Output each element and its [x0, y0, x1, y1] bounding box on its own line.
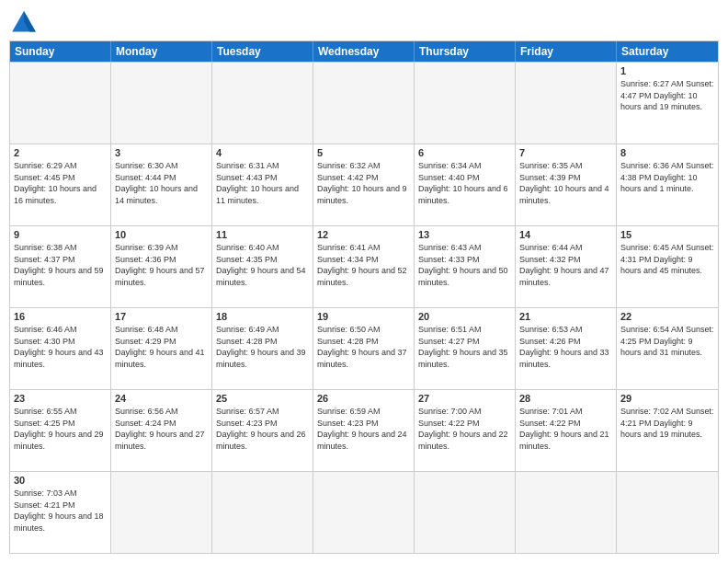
cell-info: Sunrise: 7:01 AM Sunset: 4:22 PM Dayligh… — [519, 406, 612, 452]
cell-info: Sunrise: 7:00 AM Sunset: 4:22 PM Dayligh… — [418, 406, 511, 452]
day-number: 10 — [115, 229, 208, 240]
cal-cell: 6Sunrise: 6:34 AM Sunset: 4:40 PM Daylig… — [415, 144, 516, 225]
day-number: 28 — [519, 393, 612, 404]
cal-cell: 12Sunrise: 6:41 AM Sunset: 4:34 PM Dayli… — [313, 226, 415, 307]
header-thursday: Thursday — [415, 41, 516, 62]
cell-info: Sunrise: 6:41 AM Sunset: 4:34 PM Dayligh… — [317, 242, 410, 288]
cal-cell: 13Sunrise: 6:43 AM Sunset: 4:33 PM Dayli… — [415, 226, 516, 307]
cell-info: Sunrise: 6:30 AM Sunset: 4:44 PM Dayligh… — [115, 160, 208, 206]
cal-row-0: 1Sunrise: 6:27 AM Sunset: 4:47 PM Daylig… — [10, 62, 718, 144]
day-number: 30 — [14, 475, 107, 486]
cal-cell: 16Sunrise: 6:46 AM Sunset: 4:30 PM Dayli… — [10, 308, 111, 389]
cal-cell — [111, 472, 212, 553]
header-tuesday: Tuesday — [212, 41, 313, 62]
cal-row-5: 30Sunrise: 7:03 AM Sunset: 4:21 PM Dayli… — [10, 471, 718, 553]
header-sunday: Sunday — [10, 41, 111, 62]
day-number: 2 — [14, 147, 107, 158]
day-number: 14 — [519, 229, 612, 240]
calendar-body: 1Sunrise: 6:27 AM Sunset: 4:47 PM Daylig… — [10, 62, 718, 553]
cal-cell: 21Sunrise: 6:53 AM Sunset: 4:26 PM Dayli… — [516, 308, 617, 389]
day-number: 17 — [115, 311, 208, 322]
cal-cell: 27Sunrise: 7:00 AM Sunset: 4:22 PM Dayli… — [415, 390, 516, 471]
cal-cell: 18Sunrise: 6:49 AM Sunset: 4:28 PM Dayli… — [212, 308, 313, 389]
cal-cell: 29Sunrise: 7:02 AM Sunset: 4:21 PM Dayli… — [617, 390, 718, 471]
cal-cell: 2Sunrise: 6:29 AM Sunset: 4:45 PM Daylig… — [10, 144, 111, 225]
cell-info: Sunrise: 6:38 AM Sunset: 4:37 PM Dayligh… — [14, 242, 107, 288]
day-number: 25 — [216, 393, 309, 404]
cell-info: Sunrise: 6:34 AM Sunset: 4:40 PM Dayligh… — [418, 160, 511, 206]
day-number: 3 — [115, 147, 208, 158]
cal-row-4: 23Sunrise: 6:55 AM Sunset: 4:25 PM Dayli… — [10, 389, 718, 471]
day-number: 24 — [115, 393, 208, 404]
cal-cell: 22Sunrise: 6:54 AM Sunset: 4:25 PM Dayli… — [617, 308, 718, 389]
day-number: 26 — [317, 393, 410, 404]
day-number: 4 — [216, 147, 309, 158]
cal-cell: 9Sunrise: 6:38 AM Sunset: 4:37 PM Daylig… — [10, 226, 111, 307]
cal-cell: 24Sunrise: 6:56 AM Sunset: 4:24 PM Dayli… — [111, 390, 212, 471]
cal-cell — [516, 472, 617, 553]
cell-info: Sunrise: 6:50 AM Sunset: 4:28 PM Dayligh… — [317, 324, 410, 370]
logo-icon — [9, 9, 39, 35]
cell-info: Sunrise: 6:39 AM Sunset: 4:36 PM Dayligh… — [115, 242, 208, 288]
day-number: 7 — [519, 147, 612, 158]
cell-info: Sunrise: 6:40 AM Sunset: 4:35 PM Dayligh… — [216, 242, 309, 288]
cell-info: Sunrise: 6:55 AM Sunset: 4:25 PM Dayligh… — [14, 406, 107, 452]
cell-info: Sunrise: 6:32 AM Sunset: 4:42 PM Dayligh… — [317, 160, 410, 206]
cal-cell — [111, 63, 212, 144]
cal-row-2: 9Sunrise: 6:38 AM Sunset: 4:37 PM Daylig… — [10, 225, 718, 307]
cell-info: Sunrise: 6:49 AM Sunset: 4:28 PM Dayligh… — [216, 324, 309, 370]
day-number: 20 — [418, 311, 511, 322]
day-number: 13 — [418, 229, 511, 240]
cal-cell: 3Sunrise: 6:30 AM Sunset: 4:44 PM Daylig… — [111, 144, 212, 225]
cell-info: Sunrise: 6:57 AM Sunset: 4:23 PM Dayligh… — [216, 406, 309, 452]
cell-info: Sunrise: 6:53 AM Sunset: 4:26 PM Dayligh… — [519, 324, 612, 370]
cal-cell: 26Sunrise: 6:59 AM Sunset: 4:23 PM Dayli… — [313, 390, 415, 471]
cal-cell — [212, 63, 313, 144]
cal-cell: 1Sunrise: 6:27 AM Sunset: 4:47 PM Daylig… — [617, 63, 718, 144]
day-number: 19 — [317, 311, 410, 322]
cal-cell: 20Sunrise: 6:51 AM Sunset: 4:27 PM Dayli… — [415, 308, 516, 389]
day-number: 15 — [620, 229, 714, 240]
day-number: 18 — [216, 311, 309, 322]
cal-cell — [415, 472, 516, 553]
cell-info: Sunrise: 6:51 AM Sunset: 4:27 PM Dayligh… — [418, 324, 511, 370]
cal-cell — [10, 63, 111, 144]
header-wednesday: Wednesday — [313, 41, 415, 62]
day-number: 1 — [620, 65, 714, 76]
cal-cell — [212, 472, 313, 553]
day-number: 12 — [317, 229, 410, 240]
cal-row-3: 16Sunrise: 6:46 AM Sunset: 4:30 PM Dayli… — [10, 307, 718, 389]
cal-cell: 19Sunrise: 6:50 AM Sunset: 4:28 PM Dayli… — [313, 308, 415, 389]
day-number: 9 — [14, 229, 107, 240]
cell-info: Sunrise: 6:54 AM Sunset: 4:25 PM Dayligh… — [620, 324, 714, 359]
cell-info: Sunrise: 6:31 AM Sunset: 4:43 PM Dayligh… — [216, 160, 309, 206]
day-number: 29 — [620, 393, 714, 404]
header — [9, 9, 719, 35]
cal-cell — [313, 472, 415, 553]
cal-cell: 28Sunrise: 7:01 AM Sunset: 4:22 PM Dayli… — [516, 390, 617, 471]
logo — [9, 9, 42, 35]
cal-cell: 11Sunrise: 6:40 AM Sunset: 4:35 PM Dayli… — [212, 226, 313, 307]
cell-info: Sunrise: 6:27 AM Sunset: 4:47 PM Dayligh… — [620, 78, 714, 113]
day-number: 22 — [620, 311, 714, 322]
day-number: 21 — [519, 311, 612, 322]
day-number: 23 — [14, 393, 107, 404]
cal-cell — [313, 63, 415, 144]
cal-cell: 30Sunrise: 7:03 AM Sunset: 4:21 PM Dayli… — [10, 472, 111, 553]
day-number: 27 — [418, 393, 511, 404]
cal-cell: 7Sunrise: 6:35 AM Sunset: 4:39 PM Daylig… — [516, 144, 617, 225]
cal-row-1: 2Sunrise: 6:29 AM Sunset: 4:45 PM Daylig… — [10, 144, 718, 225]
cell-info: Sunrise: 7:02 AM Sunset: 4:21 PM Dayligh… — [620, 406, 714, 441]
day-number: 5 — [317, 147, 410, 158]
day-number: 8 — [620, 147, 714, 158]
cell-info: Sunrise: 6:43 AM Sunset: 4:33 PM Dayligh… — [418, 242, 511, 288]
cal-cell: 4Sunrise: 6:31 AM Sunset: 4:43 PM Daylig… — [212, 144, 313, 225]
cell-info: Sunrise: 6:36 AM Sunset: 4:38 PM Dayligh… — [620, 160, 714, 195]
cell-info: Sunrise: 6:59 AM Sunset: 4:23 PM Dayligh… — [317, 406, 410, 452]
header-monday: Monday — [111, 41, 212, 62]
header-friday: Friday — [516, 41, 617, 62]
cal-cell: 8Sunrise: 6:36 AM Sunset: 4:38 PM Daylig… — [617, 144, 718, 225]
cal-cell — [415, 63, 516, 144]
cell-info: Sunrise: 6:29 AM Sunset: 4:45 PM Dayligh… — [14, 160, 107, 206]
cal-cell: 14Sunrise: 6:44 AM Sunset: 4:32 PM Dayli… — [516, 226, 617, 307]
